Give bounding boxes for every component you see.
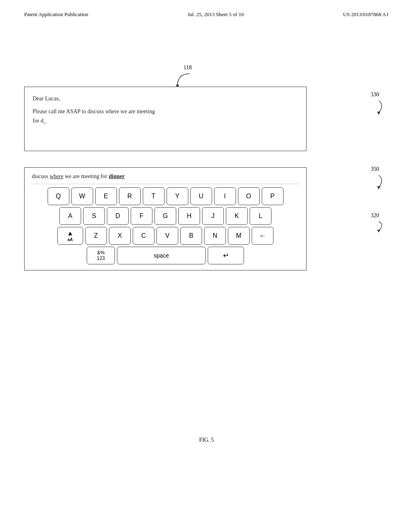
message-box-container: Dear Lucas, Please call me ASAP to discu… — [24, 87, 365, 151]
key-w[interactable]: W — [71, 187, 93, 205]
key-i[interactable]: I — [214, 187, 236, 205]
key-x[interactable]: X — [109, 227, 131, 245]
header-publication: Patent Application Publication — [24, 11, 88, 18]
key-z[interactable]: Z — [85, 227, 107, 245]
key-d[interactable]: D — [107, 207, 129, 225]
shift-aa-label: aA — [68, 237, 73, 242]
ref-320-group: 320 — [371, 212, 387, 234]
key-shift[interactable]: ▲ aA — [57, 227, 83, 245]
ref-118-group: 118 — [173, 64, 198, 89]
suggestion-underline-word: where — [50, 173, 63, 179]
key-p[interactable]: P — [262, 187, 284, 205]
key-e[interactable]: E — [95, 187, 117, 205]
keyboard-rows: Q W E R T Y U I O P A S D F G — [30, 187, 300, 264]
key-backspace[interactable]: ← — [252, 227, 273, 245]
key-o[interactable]: O — [238, 187, 260, 205]
key-r[interactable]: R — [119, 187, 141, 205]
suggestion-text-before: discuss — [32, 173, 50, 179]
keyboard-row-2: A S D F G H J K L — [30, 207, 300, 225]
suggestion-bar: discuss where we are meeting for dinner — [30, 171, 300, 184]
key-g[interactable]: G — [154, 207, 176, 225]
message-line2: Please call me ASAP to discuss where we … — [33, 107, 298, 116]
ref-350-arrow — [371, 173, 387, 189]
key-return[interactable]: ↵ — [208, 247, 244, 264]
message-line1: Dear Lucas, — [33, 94, 298, 103]
key-q[interactable]: Q — [48, 187, 69, 205]
key-symbols[interactable]: &%123 — [87, 247, 115, 264]
key-u[interactable]: U — [190, 187, 212, 205]
key-h[interactable]: H — [178, 207, 200, 225]
keyboard-box: discuss where we are meeting for dinner … — [24, 167, 307, 270]
suggestion-text-middle: we are meeting for — [63, 173, 108, 179]
ref-320-arrow — [371, 220, 387, 234]
message-line3: for d_ — [33, 116, 298, 125]
key-c[interactable]: C — [133, 227, 154, 245]
svg-marker-1 — [377, 112, 380, 115]
ref-118-arrow — [173, 72, 198, 88]
ref-118-label: 118 — [184, 64, 198, 71]
key-a[interactable]: A — [59, 207, 81, 225]
svg-marker-2 — [377, 186, 380, 189]
header-date-sheet: Jul. 25, 2013 Sheet 5 of 10 — [188, 11, 244, 18]
key-f[interactable]: F — [131, 207, 152, 225]
key-m[interactable]: M — [228, 227, 250, 245]
keyboard-row-1: Q W E R T Y U I O P — [30, 187, 300, 205]
svg-marker-3 — [377, 230, 380, 233]
shift-up-icon: ▲ — [67, 230, 73, 237]
message-box: Dear Lucas, Please call me ASAP to discu… — [24, 87, 307, 151]
suggestion-predicted-word: dinner — [109, 173, 125, 179]
figure-label: FIG. 5 — [199, 437, 214, 443]
page-header: Patent Application Publication Jul. 25, … — [0, 0, 413, 18]
key-t[interactable]: T — [143, 187, 165, 205]
key-k[interactable]: K — [226, 207, 248, 225]
key-l[interactable]: L — [250, 207, 271, 225]
key-b[interactable]: B — [180, 227, 202, 245]
header-patent-number: US 2013/0187868 A1 — [343, 11, 389, 18]
ref-350-label: 350 — [371, 166, 379, 172]
keyboard-row-4: &%123 space ↵ — [30, 247, 300, 264]
keyboard-container: discuss where we are meeting for dinner … — [24, 167, 365, 270]
key-space[interactable]: space — [117, 247, 206, 264]
message-content: Dear Lucas, Please call me ASAP to discu… — [33, 94, 298, 125]
key-j[interactable]: J — [202, 207, 224, 225]
key-n[interactable]: N — [204, 227, 226, 245]
ref-320-label: 320 — [371, 212, 379, 218]
key-y[interactable]: Y — [167, 187, 188, 205]
key-s[interactable]: S — [83, 207, 105, 225]
ref-350-group: 350 — [371, 165, 387, 189]
keyboard-row-3: ▲ aA Z X C V B N M ← — [30, 227, 300, 245]
key-v[interactable]: V — [156, 227, 178, 245]
ref-330-arrow — [371, 99, 387, 115]
ref-330-group: 330 — [371, 91, 387, 115]
ref-330-label: 330 — [371, 91, 379, 98]
